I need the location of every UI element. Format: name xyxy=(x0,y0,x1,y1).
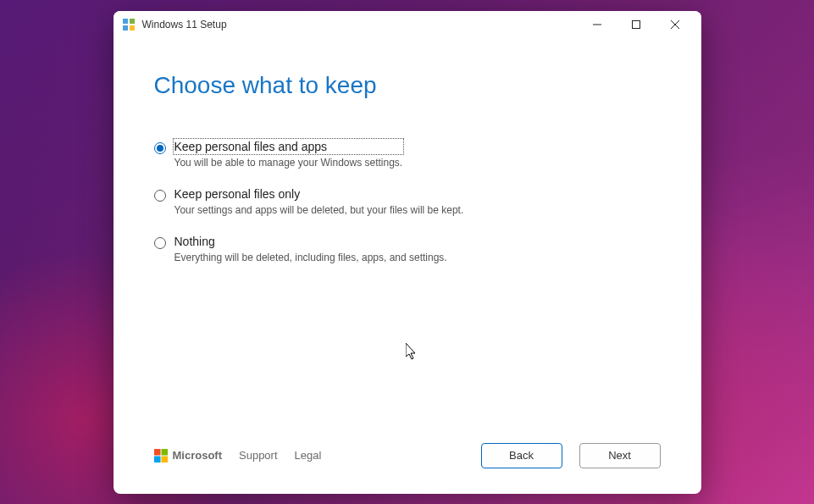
page-heading: Choose what to keep xyxy=(154,72,661,99)
content-area: Choose what to keep Keep personal files … xyxy=(114,38,701,443)
svg-rect-5 xyxy=(632,20,640,28)
option-text: Nothing Everything will be deleted, incl… xyxy=(174,235,447,263)
option-keep-files-only[interactable]: Keep personal files only Your settings a… xyxy=(154,187,661,216)
option-keep-files-apps[interactable]: Keep personal files and apps You will be… xyxy=(154,140,661,169)
microsoft-logo: Microsoft xyxy=(154,449,223,462)
radio-icon[interactable] xyxy=(154,190,166,202)
window-title: Windows 11 Setup xyxy=(142,19,578,30)
radio-icon[interactable] xyxy=(154,142,166,154)
maximize-button[interactable] xyxy=(617,12,656,37)
options-group: Keep personal files and apps You will be… xyxy=(154,140,661,263)
svg-rect-3 xyxy=(130,25,135,30)
svg-rect-10 xyxy=(154,456,161,462)
svg-rect-0 xyxy=(123,19,128,24)
back-button[interactable]: Back xyxy=(481,443,562,468)
option-description: Everything will be deleted, including fi… xyxy=(174,252,447,263)
app-icon xyxy=(122,18,136,31)
support-link[interactable]: Support xyxy=(239,449,278,462)
option-nothing[interactable]: Nothing Everything will be deleted, incl… xyxy=(154,235,661,263)
microsoft-brand-text: Microsoft xyxy=(173,449,223,462)
option-text: Keep personal files only Your settings a… xyxy=(174,187,464,216)
option-label: Keep personal files only xyxy=(174,187,464,201)
option-description: You will be able to manage your Windows … xyxy=(174,157,403,169)
next-button[interactable]: Next xyxy=(579,443,661,468)
titlebar: Windows 11 Setup xyxy=(114,11,701,38)
svg-rect-11 xyxy=(161,456,168,462)
radio-icon[interactable] xyxy=(154,237,166,249)
minimize-button[interactable] xyxy=(578,12,617,37)
svg-rect-1 xyxy=(130,19,135,24)
footer: Microsoft Support Legal Back Next xyxy=(114,443,701,494)
legal-link[interactable]: Legal xyxy=(295,449,322,462)
svg-rect-2 xyxy=(123,25,128,30)
close-button[interactable] xyxy=(656,12,695,37)
option-label: Nothing xyxy=(174,235,447,248)
svg-rect-8 xyxy=(154,449,161,456)
option-label: Keep personal files and apps xyxy=(174,140,403,153)
microsoft-icon xyxy=(154,449,168,462)
svg-rect-9 xyxy=(161,449,168,456)
setup-window: Windows 11 Setup Choose what to keep Kee… xyxy=(114,11,701,494)
option-text: Keep personal files and apps You will be… xyxy=(174,140,403,169)
window-controls xyxy=(578,12,695,37)
option-description: Your settings and apps will be deleted, … xyxy=(174,204,464,216)
